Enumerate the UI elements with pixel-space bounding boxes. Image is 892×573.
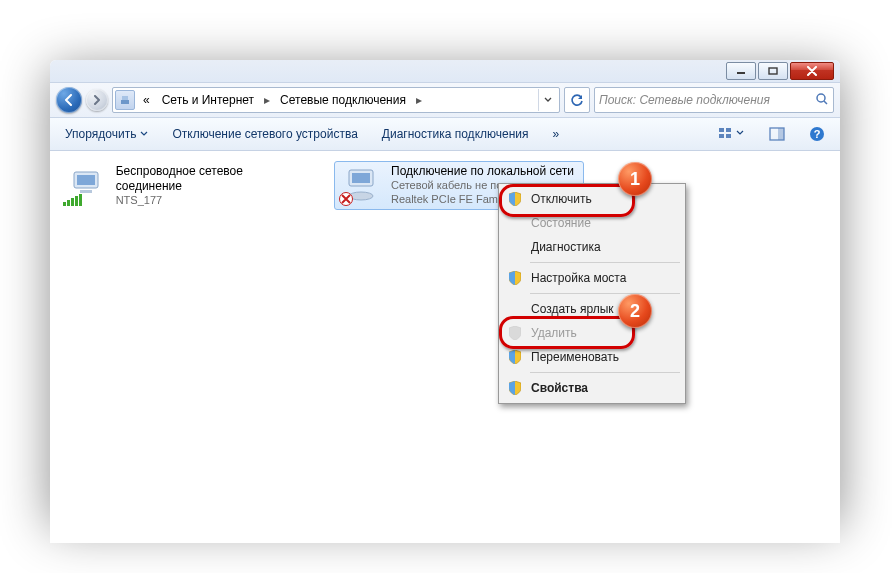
svg-rect-15 bbox=[77, 175, 95, 185]
search-icon bbox=[815, 92, 829, 109]
ctx-rename-label: Переименовать bbox=[531, 350, 619, 364]
chevron-down-icon bbox=[140, 130, 148, 138]
maximize-button[interactable] bbox=[758, 62, 788, 80]
svg-rect-2 bbox=[121, 100, 129, 104]
ctx-status-label: Состояние bbox=[531, 216, 591, 230]
wifi-title: Беспроводное сетевое соединение bbox=[116, 164, 307, 194]
more-commands-button[interactable]: » bbox=[546, 122, 567, 146]
more-label: » bbox=[553, 127, 560, 141]
forward-button[interactable] bbox=[86, 89, 108, 111]
diagnose-connection-button[interactable]: Диагностика подключения bbox=[375, 122, 536, 146]
svg-rect-1 bbox=[769, 68, 777, 74]
wifi-icon bbox=[63, 164, 110, 206]
svg-rect-16 bbox=[80, 190, 92, 193]
preview-pane-button[interactable] bbox=[762, 121, 792, 147]
step-number-1: 1 bbox=[618, 162, 652, 196]
svg-point-4 bbox=[817, 94, 825, 102]
navigation-bar: « Сеть и Интернет ▸ Сетевые подключения … bbox=[50, 83, 840, 118]
breadcrumb-sep-icon: ▸ bbox=[414, 93, 424, 107]
svg-rect-18 bbox=[352, 173, 370, 183]
svg-rect-7 bbox=[719, 134, 724, 138]
organize-menu[interactable]: Упорядочить bbox=[58, 122, 155, 146]
svg-rect-11 bbox=[778, 128, 784, 140]
refresh-button[interactable] bbox=[564, 87, 590, 113]
command-bar: Упорядочить Отключение сетевого устройст… bbox=[50, 118, 840, 151]
address-bar[interactable]: « Сеть и Интернет ▸ Сетевые подключения … bbox=[112, 87, 560, 113]
search-input[interactable]: Поиск: Сетевые подключения bbox=[594, 87, 834, 113]
svg-rect-9 bbox=[726, 134, 731, 138]
signal-bars-icon bbox=[63, 194, 82, 206]
ctx-diagnose-label: Диагностика bbox=[531, 240, 601, 254]
ctx-separator bbox=[530, 262, 680, 263]
ctx-bridge-label: Настройка моста bbox=[531, 271, 626, 285]
ctx-properties-label: Свойства bbox=[531, 381, 588, 395]
explorer-window: « Сеть и Интернет ▸ Сетевые подключения … bbox=[50, 60, 840, 520]
search-placeholder: Поиск: Сетевые подключения bbox=[599, 93, 770, 107]
breadcrumb-network-connections[interactable]: Сетевые подключения bbox=[276, 91, 410, 109]
diagnose-label: Диагностика подключения bbox=[382, 127, 529, 141]
shield-icon bbox=[507, 380, 523, 396]
svg-rect-8 bbox=[726, 128, 731, 132]
view-mode-button[interactable] bbox=[710, 121, 752, 147]
minimize-button[interactable] bbox=[726, 62, 756, 80]
ctx-bridge[interactable]: Настройка моста bbox=[502, 266, 682, 290]
svg-line-5 bbox=[824, 101, 827, 104]
svg-rect-6 bbox=[719, 128, 724, 132]
address-dropdown-icon[interactable] bbox=[538, 89, 557, 111]
breadcrumb-sep-icon: ▸ bbox=[262, 93, 272, 107]
step-number-2: 2 bbox=[618, 294, 652, 328]
ctx-diagnose[interactable]: Диагностика bbox=[502, 235, 682, 259]
breadcrumb-network-internet[interactable]: Сеть и Интернет bbox=[158, 91, 258, 109]
location-icon bbox=[115, 90, 135, 110]
close-button[interactable] bbox=[790, 62, 834, 80]
ctx-create-shortcut-label: Создать ярлык bbox=[531, 302, 614, 316]
svg-rect-3 bbox=[122, 96, 128, 100]
disable-device-label: Отключение сетевого устройства bbox=[172, 127, 357, 141]
disable-device-button[interactable]: Отключение сетевого устройства bbox=[165, 122, 364, 146]
ctx-separator bbox=[530, 293, 680, 294]
content-area: Беспроводное сетевое соединение NTS_177 … bbox=[50, 151, 840, 543]
ctx-separator bbox=[530, 372, 680, 373]
wifi-connection-item[interactable]: Беспроводное сетевое соединение NTS_177 bbox=[60, 161, 310, 211]
lan-icon bbox=[337, 164, 385, 206]
ctx-properties[interactable]: Свойства bbox=[502, 376, 682, 400]
breadcrumb-ellipsis[interactable]: « bbox=[139, 91, 154, 109]
back-button[interactable] bbox=[56, 87, 82, 113]
svg-rect-0 bbox=[737, 72, 745, 74]
shield-icon bbox=[507, 270, 523, 286]
wifi-ssid: NTS_177 bbox=[116, 194, 307, 208]
unplugged-icon bbox=[339, 192, 353, 206]
shield-icon bbox=[507, 349, 523, 365]
organize-label: Упорядочить bbox=[65, 127, 136, 141]
svg-text:?: ? bbox=[814, 128, 821, 140]
titlebar bbox=[50, 60, 840, 83]
lan-title: Подключение по локальной сети bbox=[391, 164, 574, 179]
help-button[interactable]: ? bbox=[802, 121, 832, 147]
